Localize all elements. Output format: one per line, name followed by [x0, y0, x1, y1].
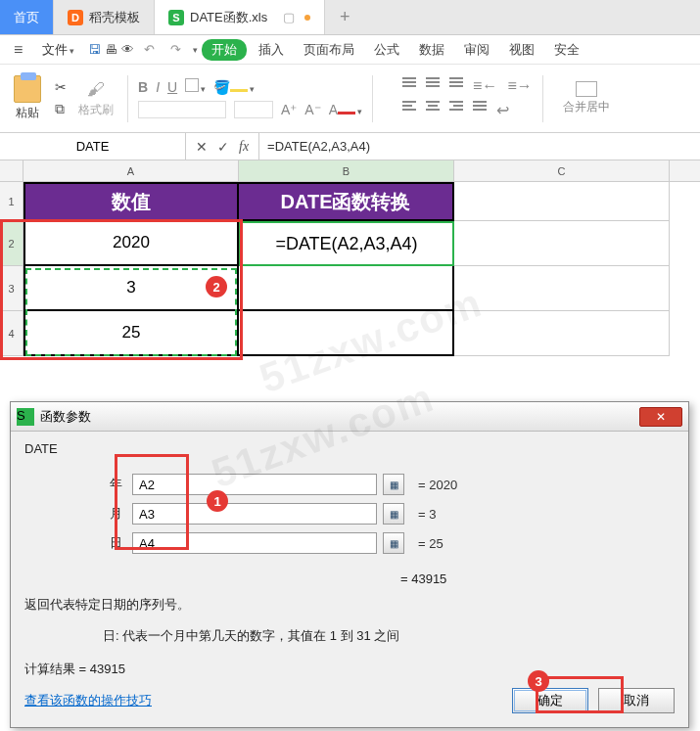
cell-b1[interactable]: DATE函数转换 — [239, 182, 454, 221]
font-select[interactable] — [138, 101, 226, 118]
arg-day-input[interactable] — [132, 532, 377, 554]
inline-result: = 43915 — [24, 571, 675, 586]
cell-a1[interactable]: 数值 — [23, 182, 239, 221]
cancel-formula-icon[interactable]: ✕ — [196, 139, 208, 155]
ribbon-tab-layout[interactable]: 页面布局 — [296, 39, 362, 61]
cell-c3[interactable] — [454, 266, 670, 311]
arg-month-input[interactable] — [132, 503, 377, 525]
fx-icon[interactable]: fx — [239, 139, 249, 155]
row-header-3[interactable]: 3 — [0, 266, 23, 311]
arg-year-label: 年 — [24, 476, 132, 493]
arg-month-result: = 3 — [418, 507, 436, 522]
arg-day-result: = 25 — [418, 536, 443, 551]
ribbon-tabs: ≡ 文件▾ 🖫 🖶 👁 ↶ ↷ ▾ 开始 插入 页面布局 公式 数据 审阅 视图… — [0, 35, 700, 65]
ref-picker-icon[interactable]: ▦ — [383, 503, 404, 525]
name-box[interactable]: DATE — [0, 133, 186, 160]
ribbon-tab-formula[interactable]: 公式 — [366, 39, 407, 61]
tab-templates[interactable]: D稻壳模板 — [54, 0, 155, 34]
ref-picker-icon[interactable]: ▦ — [383, 474, 404, 495]
border-button[interactable]: ▾ — [185, 78, 206, 95]
unsaved-dot-icon — [304, 15, 310, 21]
align-justify-button[interactable] — [473, 101, 487, 119]
separator — [542, 75, 543, 122]
cell-c1[interactable] — [454, 182, 670, 221]
row-header-4[interactable]: 4 — [0, 311, 23, 356]
align-center-button[interactable] — [426, 101, 440, 119]
dialog-close-button[interactable]: ✕ — [639, 407, 682, 427]
cell-a2[interactable]: 2020 — [23, 221, 239, 266]
formula-input[interactable]: =DATE(A2,A3,A4) — [259, 133, 700, 160]
brush-icon: 🖌 — [87, 79, 105, 100]
cell-b3[interactable] — [239, 266, 454, 311]
tab-home[interactable]: 首页 — [0, 0, 54, 34]
align-bottom-button[interactable] — [449, 77, 463, 95]
align-middle-button[interactable] — [426, 77, 440, 95]
chevron-down-icon[interactable]: ▾ — [193, 45, 198, 55]
dialog-titlebar[interactable]: S 函数参数 ✕ — [11, 402, 688, 432]
merge-icon — [576, 81, 597, 97]
merge-center-button[interactable]: 合并居中 — [563, 81, 610, 115]
ribbon-tab-insert[interactable]: 插入 — [251, 39, 292, 61]
ribbon-tab-start[interactable]: 开始 — [202, 39, 247, 61]
font-size-select[interactable] — [234, 101, 273, 118]
redo-icon[interactable]: ↷ — [164, 42, 187, 57]
file-menu[interactable]: 文件▾ — [32, 39, 84, 61]
indent-right-button[interactable]: ≡→ — [507, 77, 532, 95]
grow-font-button[interactable]: A⁺ — [281, 102, 297, 117]
row-header-1[interactable]: 1 — [0, 182, 23, 221]
align-right-button[interactable] — [449, 101, 463, 119]
col-header-c[interactable]: C — [454, 160, 670, 181]
accept-formula-icon[interactable]: ✓ — [217, 139, 229, 155]
ribbon-tab-data[interactable]: 数据 — [411, 39, 452, 61]
col-header-a[interactable]: A — [23, 160, 239, 181]
ribbon-tab-review[interactable]: 审阅 — [456, 39, 497, 61]
menu-icon[interactable]: ≡ — [8, 41, 28, 59]
new-tab-button[interactable]: + — [325, 0, 364, 34]
format-brush-button[interactable]: 🖌 格式刷 — [74, 79, 117, 118]
italic-button[interactable]: I — [156, 79, 160, 95]
save-icon[interactable]: 🖫 — [88, 42, 101, 57]
align-top-button[interactable] — [402, 77, 416, 95]
ref-picker-icon[interactable]: ▦ — [383, 532, 404, 554]
print-icon[interactable]: 🖶 — [105, 42, 117, 57]
arg-description: 日: 代表一个月中第几天的数字，其值在 1 到 31 之间 — [24, 627, 675, 645]
cell-c4[interactable] — [454, 311, 670, 356]
calc-result: 计算结果 = 43915 — [24, 661, 675, 678]
underline-button[interactable]: U — [167, 79, 177, 95]
ok-button[interactable]: 确定 — [512, 688, 588, 713]
select-all-corner[interactable] — [0, 160, 23, 181]
arg-year-input[interactable] — [132, 474, 377, 495]
function-args-dialog: S 函数参数 ✕ DATE 年 ▦ = 2020 月 ▦ = 3 日 ▦ = 2… — [10, 401, 689, 728]
font-color-button[interactable]: A▾ — [329, 102, 362, 117]
paste-button[interactable]: 粘贴 — [8, 75, 47, 121]
column-headers: A B C — [0, 160, 700, 182]
cut-icon[interactable]: ✂ — [55, 79, 67, 95]
ribbon-tab-security[interactable]: 安全 — [546, 39, 587, 61]
tab-document[interactable]: S DATE函数.xls ▢ — [155, 0, 325, 34]
help-link[interactable]: 查看该函数的操作技巧 — [24, 692, 152, 709]
col-header-b[interactable]: B — [239, 160, 454, 181]
row-header-2[interactable]: 2 — [0, 221, 23, 266]
fill-color-button[interactable]: 🪣▾ — [213, 79, 255, 95]
clipboard-mini: ✂ ⧉ — [51, 79, 70, 117]
preview-icon[interactable]: 👁 — [121, 42, 134, 57]
cell-b2[interactable]: =DATE(A2,A3,A4) — [239, 221, 454, 266]
spreadsheet-grid: A B C 1 数值 DATE函数转换 2 2020 =DATE(A2,A3,A… — [0, 160, 700, 356]
undo-icon[interactable]: ↶ — [138, 42, 161, 57]
cell-c2[interactable] — [454, 221, 670, 266]
copy-icon[interactable]: ⧉ — [55, 101, 67, 117]
annotation-badge-3: 3 — [528, 670, 549, 692]
cell-a4[interactable]: 25 — [23, 311, 239, 356]
bold-button[interactable]: B — [138, 79, 148, 95]
cell-b4[interactable] — [239, 311, 454, 356]
shrink-font-button[interactable]: A⁻ — [304, 102, 320, 117]
wrap-text-button[interactable]: ↩ — [496, 101, 509, 119]
tab-document-label: DATE函数.xls — [190, 9, 267, 26]
app-tabstrip: 首页 D稻壳模板 S DATE函数.xls ▢ + — [0, 0, 700, 35]
tab-templates-label: 稻壳模板 — [89, 9, 140, 26]
indent-left-button[interactable]: ≡← — [473, 77, 497, 95]
cancel-button[interactable]: 取消 — [598, 688, 675, 713]
spreadsheet-icon: S — [17, 408, 34, 426]
align-left-button[interactable] — [402, 101, 416, 119]
ribbon-tab-view[interactable]: 视图 — [501, 39, 542, 61]
